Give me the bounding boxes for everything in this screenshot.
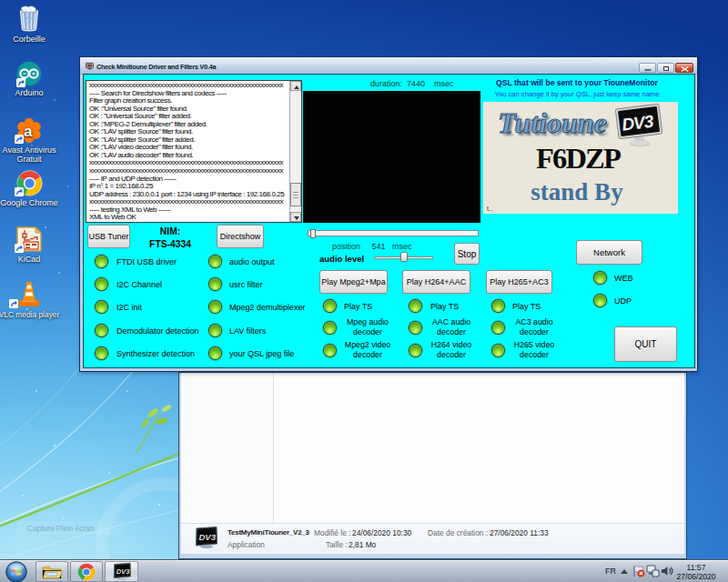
svg-text:DV3: DV3 — [116, 567, 129, 576]
svg-text:DV3: DV3 — [621, 112, 655, 135]
svg-text:DV3: DV3 — [199, 532, 217, 542]
svg-text:Tutioune: Tutioune — [497, 105, 606, 138]
svg-text:a: a — [24, 123, 33, 140]
